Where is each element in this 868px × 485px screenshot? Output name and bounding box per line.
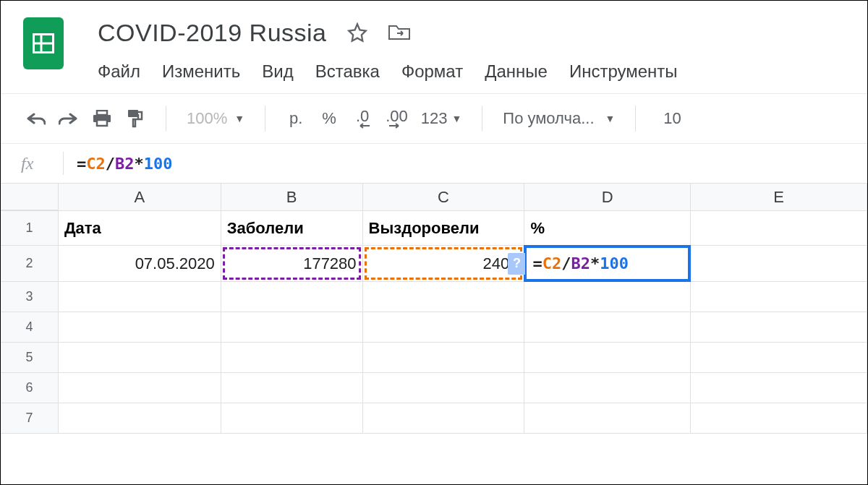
cell-e2[interactable]: [691, 246, 867, 281]
more-formats-button[interactable]: 123 ▼: [421, 106, 462, 132]
toolbar: 100% ▼ р. % .0 .00 123 ▼ По умолча... ▼: [1, 93, 867, 144]
font-size-input[interactable]: 10: [663, 109, 681, 128]
formula-eq: =: [77, 155, 86, 173]
formula-help-icon[interactable]: ?: [508, 253, 525, 275]
row-header-1[interactable]: 1: [1, 211, 59, 245]
formula-op1: /: [106, 155, 115, 173]
svg-rect-5: [97, 120, 107, 126]
edit-op1: /: [561, 254, 571, 272]
cell-e1[interactable]: [691, 211, 867, 245]
formula-input[interactable]: =C2/B2*100: [77, 155, 173, 173]
cell-e7[interactable]: [691, 403, 867, 433]
spreadsheet-app: COVID-2019 Russia Файл Изменить Вид Вста…: [0, 0, 868, 485]
cell-d3[interactable]: [524, 282, 691, 312]
undo-icon[interactable]: [25, 106, 46, 132]
edit-ref2: B2: [571, 254, 590, 272]
menu-file[interactable]: Файл: [98, 61, 140, 82]
cell-e3[interactable]: [691, 282, 867, 312]
cell-c1[interactable]: Выздоровели: [363, 211, 525, 245]
star-icon[interactable]: [347, 22, 367, 43]
fx-icon[interactable]: fx: [21, 154, 50, 173]
row-6: 6: [1, 373, 867, 403]
svg-rect-6: [128, 110, 138, 117]
menu-data[interactable]: Данные: [485, 61, 548, 82]
percent-button[interactable]: %: [319, 106, 339, 132]
cell-b3[interactable]: [221, 282, 363, 312]
cell-c6[interactable]: [363, 373, 525, 403]
dec-more-label: .00: [386, 108, 408, 124]
menu-insert[interactable]: Вставка: [315, 61, 380, 82]
active-cell-editor[interactable]: ? =C2/B2*100: [524, 245, 691, 282]
paint-format-icon[interactable]: [125, 106, 145, 132]
row-3: 3: [1, 282, 867, 312]
separator: [635, 106, 636, 132]
cell-b4[interactable]: [221, 312, 363, 342]
cell-a3[interactable]: [59, 282, 221, 312]
formula-op2: *: [135, 155, 144, 173]
app-logo[interactable]: [18, 18, 69, 69]
currency-button[interactable]: р.: [286, 106, 306, 132]
cell-e4[interactable]: [691, 312, 867, 342]
cell-c3[interactable]: [363, 282, 525, 312]
chevron-down-icon: ▼: [234, 113, 244, 124]
cell-c5[interactable]: [363, 343, 525, 372]
cell-d7[interactable]: [524, 403, 691, 433]
decrease-decimal-button[interactable]: .0: [352, 106, 373, 132]
svg-rect-3: [97, 111, 107, 115]
col-header-c[interactable]: C: [363, 184, 525, 210]
formula-ref-b2: B2: [115, 155, 135, 173]
cell-d2[interactable]: ? =C2/B2*100: [524, 246, 691, 281]
cell-a5[interactable]: [59, 343, 221, 372]
increase-decimal-button[interactable]: .00: [386, 106, 408, 132]
more-formats-label: 123: [421, 109, 448, 128]
edit-eq: =: [532, 254, 542, 272]
col-header-e[interactable]: E: [691, 184, 867, 210]
row-header-5[interactable]: 5: [1, 343, 59, 372]
cell-b6[interactable]: [221, 373, 363, 403]
menu-format[interactable]: Формат: [401, 61, 463, 82]
cell-d5[interactable]: [524, 343, 691, 372]
row-header-4[interactable]: 4: [1, 312, 59, 342]
cell-e5[interactable]: [691, 343, 867, 372]
row-header-2[interactable]: 2: [1, 246, 59, 281]
menu-tools[interactable]: Инструменты: [569, 61, 678, 82]
cell-b2[interactable]: 177280: [221, 246, 363, 281]
row-header-7[interactable]: 7: [1, 403, 59, 433]
menu-view[interactable]: Вид: [262, 61, 293, 82]
zoom-value: 100%: [187, 109, 227, 128]
menu-edit[interactable]: Изменить: [162, 61, 240, 82]
font-family-selector[interactable]: По умолча... ▼: [495, 109, 622, 128]
cell-c4[interactable]: [363, 312, 525, 342]
document-title[interactable]: COVID-2019 Russia: [98, 19, 327, 47]
cell-c2[interactable]: 2402: [363, 246, 525, 281]
row-header-3[interactable]: 3: [1, 282, 59, 312]
col-header-b[interactable]: B: [221, 184, 363, 210]
dec-less-label: .0: [356, 108, 369, 124]
row-header-6[interactable]: 6: [1, 373, 59, 403]
cell-a7[interactable]: [59, 403, 221, 433]
cell-a2[interactable]: 07.05.2020: [59, 246, 221, 281]
cell-b7[interactable]: [221, 403, 363, 433]
col-header-a[interactable]: A: [59, 184, 221, 210]
cell-c7[interactable]: [363, 403, 525, 433]
title-row: COVID-2019 Russia: [98, 14, 678, 51]
cell-d4[interactable]: [524, 312, 691, 342]
move-to-folder-icon[interactable]: [388, 23, 411, 42]
cell-e6[interactable]: [691, 373, 867, 403]
cell-d6[interactable]: [524, 373, 691, 403]
cell-a1[interactable]: Дата: [59, 211, 221, 245]
redo-icon[interactable]: [59, 106, 79, 132]
row-1: 1 Дата Заболели Выздоровели %: [1, 211, 867, 246]
font-family-label: По умолча...: [503, 109, 594, 128]
cell-b5[interactable]: [221, 343, 363, 372]
zoom-selector[interactable]: 100% ▼: [179, 109, 252, 128]
formula-num: 100: [144, 155, 173, 173]
cell-b2-value: 177280: [303, 254, 356, 273]
print-icon[interactable]: [92, 106, 112, 132]
cell-a4[interactable]: [59, 312, 221, 342]
cell-a6[interactable]: [59, 373, 221, 403]
col-header-d[interactable]: D: [524, 184, 691, 210]
cell-d1[interactable]: %: [524, 211, 691, 245]
select-all-corner[interactable]: [1, 184, 59, 210]
cell-b1[interactable]: Заболели: [221, 211, 363, 245]
